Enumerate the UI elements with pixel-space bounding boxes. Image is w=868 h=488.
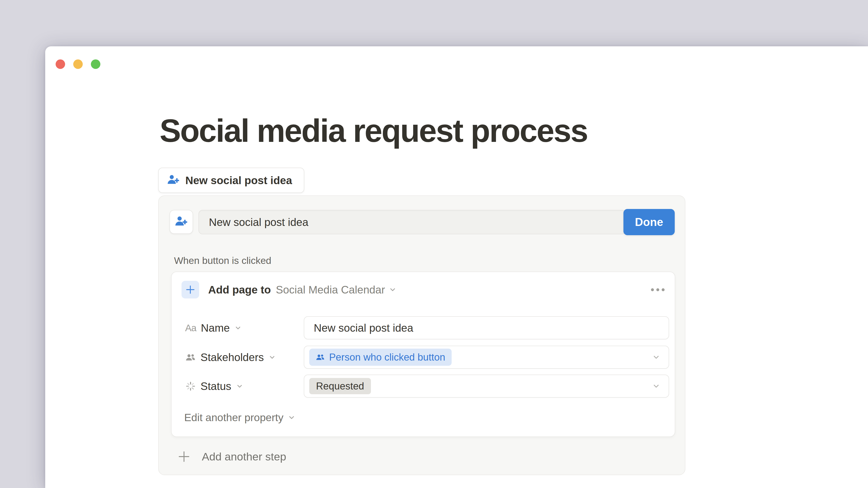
property-row-name: Aa Name New social post idea <box>172 316 675 339</box>
step-menu-button[interactable] <box>650 286 666 294</box>
property-row-status: Status Requested <box>172 375 675 398</box>
chevron-down-icon <box>389 286 397 294</box>
button-editor-panel: Done When button is clicked Add page to … <box>158 195 685 475</box>
window-controls <box>56 59 100 69</box>
chevron-down-icon <box>234 324 242 332</box>
status-spinner-icon <box>185 381 196 392</box>
minimize-button[interactable] <box>73 59 83 69</box>
target-database-select[interactable]: Social Media Calendar <box>276 284 397 296</box>
stakeholders-value-select[interactable]: Person who clicked button <box>304 346 669 369</box>
person-plus-icon <box>175 215 188 229</box>
zoom-button[interactable] <box>91 59 100 69</box>
plus-icon <box>178 451 190 463</box>
property-label: Name <box>201 322 230 334</box>
property-label: Status <box>200 380 231 392</box>
people-icon <box>315 352 325 362</box>
status-tag: Requested <box>309 378 371 394</box>
target-database-name: Social Media Calendar <box>276 284 385 296</box>
add-another-step-label: Add another step <box>202 450 286 463</box>
chevron-down-icon <box>652 382 660 390</box>
chevron-down-icon <box>268 353 276 361</box>
property-status-selector[interactable]: Status <box>185 380 243 392</box>
chevron-down-icon <box>652 353 660 361</box>
app-window: Social media request process New social … <box>45 46 868 488</box>
person-tag-label: Person who clicked button <box>329 352 445 363</box>
people-icon <box>185 352 196 363</box>
property-row-stakeholders: Stakeholders <box>172 346 675 369</box>
button-name-input[interactable] <box>198 210 626 234</box>
trigger-condition-label: When button is clicked <box>174 255 271 266</box>
status-value-select[interactable]: Requested <box>304 375 669 398</box>
trigger-button-label: New social post idea <box>185 174 292 187</box>
text-icon: Aa <box>185 322 196 333</box>
name-value-input[interactable]: New social post idea <box>304 316 669 339</box>
edit-another-property-button[interactable]: Edit another property <box>184 411 296 424</box>
add-page-icon <box>182 281 199 298</box>
chevron-down-icon <box>236 382 243 390</box>
button-icon-picker[interactable] <box>169 210 193 234</box>
property-label: Stakeholders <box>200 351 264 363</box>
name-value: New social post idea <box>314 322 413 334</box>
close-button[interactable] <box>56 59 65 69</box>
new-social-post-idea-button[interactable]: New social post idea <box>158 168 304 193</box>
property-name-selector[interactable]: Aa Name <box>185 322 242 334</box>
page-title: Social media request process <box>160 112 587 149</box>
ellipsis-icon <box>651 288 665 291</box>
chevron-down-icon <box>287 414 296 422</box>
step-header: Add page to Social Media Calendar <box>182 281 666 299</box>
edit-another-property-label: Edit another property <box>184 411 283 424</box>
property-stakeholders-selector[interactable]: Stakeholders <box>185 351 276 363</box>
done-button[interactable]: Done <box>623 209 675 235</box>
person-plus-icon <box>167 174 180 187</box>
add-another-step-button[interactable]: Add another step <box>178 445 286 468</box>
person-tag: Person who clicked button <box>309 349 452 366</box>
action-step-card: Add page to Social Media Calendar <box>171 271 675 437</box>
desktop: { "page": { "title": "Social media reque… <box>0 0 868 488</box>
step-action-label: Add page to <box>208 284 271 296</box>
